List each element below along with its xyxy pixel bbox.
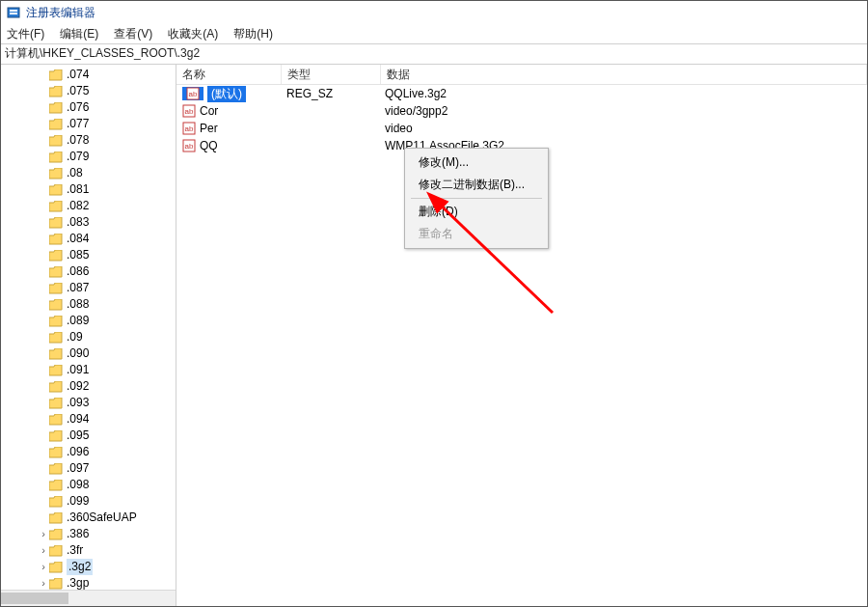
value-list-pane[interactable]: 名称 类型 数据 ab(默认)REG_SZQQLive.3g2abCorvide… — [176, 65, 867, 606]
folder-icon — [49, 135, 63, 147]
menu-view[interactable]: 查看(V) — [114, 26, 152, 42]
tree-node[interactable]: .077 — [5, 116, 176, 132]
tree-node[interactable]: ›.3fr — [5, 542, 176, 559]
tree-node[interactable]: .098 — [5, 477, 176, 493]
tree-node[interactable]: .091 — [5, 362, 176, 378]
folder-icon — [49, 480, 63, 491]
tree-node[interactable]: .097 — [5, 460, 176, 477]
string-value-icon: ab — [182, 104, 196, 118]
titlebar: 注册表编辑器 — [1, 1, 867, 24]
tree-node[interactable]: .08 — [5, 165, 176, 181]
menu-edit[interactable]: 编辑(E) — [60, 26, 98, 42]
ctx-modify-bin[interactable]: 修改二进制数据(B)... — [407, 174, 546, 196]
col-header-name[interactable]: 名称 — [176, 65, 282, 84]
horizontal-scrollbar[interactable] — [1, 590, 176, 606]
folder-icon — [49, 430, 63, 442]
tree-node[interactable]: .092 — [5, 378, 176, 395]
expand-toggle-icon[interactable]: › — [38, 542, 49, 559]
folder-icon — [49, 496, 63, 508]
folder-icon — [49, 512, 63, 524]
tree-node[interactable]: ›.386 — [5, 526, 176, 542]
tree-node-label: .077 — [67, 116, 89, 132]
tree-node-label: .094 — [67, 411, 89, 428]
folder-icon — [49, 299, 63, 311]
tree-node[interactable]: .096 — [5, 444, 176, 460]
tree-node[interactable]: .078 — [5, 132, 176, 149]
tree-node[interactable]: .075 — [5, 83, 176, 99]
scrollbar-thumb[interactable] — [1, 593, 68, 604]
tree-node-label: .3fr — [67, 542, 83, 559]
folder-icon — [49, 529, 63, 540]
tree-node[interactable]: .090 — [5, 345, 176, 362]
tree-node-label: .096 — [67, 444, 89, 460]
tree-node-label: .3g2 — [67, 559, 93, 575]
folder-icon — [49, 578, 63, 590]
folder-icon — [49, 168, 63, 179]
tree-node-label: .075 — [67, 83, 89, 99]
folder-icon — [49, 414, 63, 426]
tree-node-label: .074 — [67, 67, 89, 83]
ctx-modify[interactable]: 修改(M)... — [407, 152, 546, 174]
tree-node[interactable]: .089 — [5, 313, 176, 329]
menubar: 文件(F) 编辑(E) 查看(V) 收藏夹(A) 帮助(H) — [1, 24, 867, 43]
tree-node-label: .386 — [67, 526, 89, 542]
tree-node[interactable]: .083 — [5, 214, 176, 231]
tree-node-label: .099 — [67, 493, 89, 510]
tree-node[interactable]: ›.3g2 — [5, 559, 176, 575]
folder-icon — [49, 283, 63, 294]
tree-node[interactable]: .095 — [5, 428, 176, 444]
tree-node-label: .084 — [67, 231, 89, 247]
tree-node[interactable]: .088 — [5, 296, 176, 313]
address-bar[interactable]: 计算机\HKEY_CLASSES_ROOT\.3g2 — [1, 43, 867, 65]
tree-node-label: .076 — [67, 99, 89, 116]
value-type: REG_SZ — [281, 87, 379, 100]
tree-node[interactable]: .074 — [5, 67, 176, 83]
tree-node-label: .090 — [67, 345, 89, 362]
tree-pane[interactable]: .074 .075 .076 .077 .078 .079 .08 .081 .… — [1, 65, 176, 606]
tree-node-label: .08 — [67, 165, 83, 181]
tree-node[interactable]: .094 — [5, 411, 176, 428]
tree-node-label: .078 — [67, 132, 89, 149]
expand-toggle-icon[interactable]: › — [38, 526, 49, 542]
ctx-delete[interactable]: 删除(D) — [407, 201, 546, 223]
tree-node[interactable]: .086 — [5, 263, 176, 280]
value-row[interactable]: ab(默认)REG_SZQQLive.3g2 — [176, 85, 867, 102]
folder-icon — [49, 86, 63, 97]
svg-text:ab: ab — [189, 90, 198, 98]
tree-node[interactable]: .360SafeUAP — [5, 510, 176, 526]
col-header-type[interactable]: 类型 — [282, 65, 381, 84]
tree-node[interactable]: .076 — [5, 99, 176, 116]
tree-node[interactable]: .093 — [5, 395, 176, 411]
tree-node[interactable]: .087 — [5, 280, 176, 296]
folder-icon — [49, 381, 63, 393]
tree-node[interactable]: .079 — [5, 149, 176, 165]
svg-rect-2 — [10, 13, 17, 14]
menu-fav[interactable]: 收藏夹(A) — [168, 26, 218, 42]
value-row[interactable]: abCorvideo/3gpp2 — [176, 102, 867, 120]
tree-node[interactable]: .081 — [5, 181, 176, 198]
tree-node-label: .093 — [67, 395, 89, 411]
tree-node[interactable]: .099 — [5, 493, 176, 510]
value-name: QQ — [200, 139, 218, 152]
tree-node[interactable]: .082 — [5, 198, 176, 214]
value-name: Per — [200, 122, 218, 135]
svg-text:ab: ab — [185, 124, 194, 133]
ctx-separator — [411, 198, 542, 199]
tree-node-label: .09 — [67, 329, 83, 345]
string-value-icon: ab — [182, 139, 196, 152]
folder-icon — [49, 348, 63, 360]
col-header-data[interactable]: 数据 — [381, 65, 867, 84]
tree-node[interactable]: .09 — [5, 329, 176, 345]
value-data: video/3gpp2 — [379, 104, 867, 118]
tree-node-label: .086 — [67, 263, 89, 280]
tree-node-label: .091 — [67, 362, 89, 378]
regedit-icon — [7, 6, 20, 19]
expand-toggle-icon[interactable]: › — [38, 559, 49, 575]
folder-icon — [49, 102, 63, 114]
menu-help[interactable]: 帮助(H) — [233, 26, 273, 42]
svg-text:ab: ab — [185, 107, 194, 116]
tree-node[interactable]: .085 — [5, 247, 176, 263]
value-row[interactable]: abPervideo — [176, 120, 867, 137]
menu-file[interactable]: 文件(F) — [7, 26, 44, 42]
tree-node[interactable]: .084 — [5, 231, 176, 247]
